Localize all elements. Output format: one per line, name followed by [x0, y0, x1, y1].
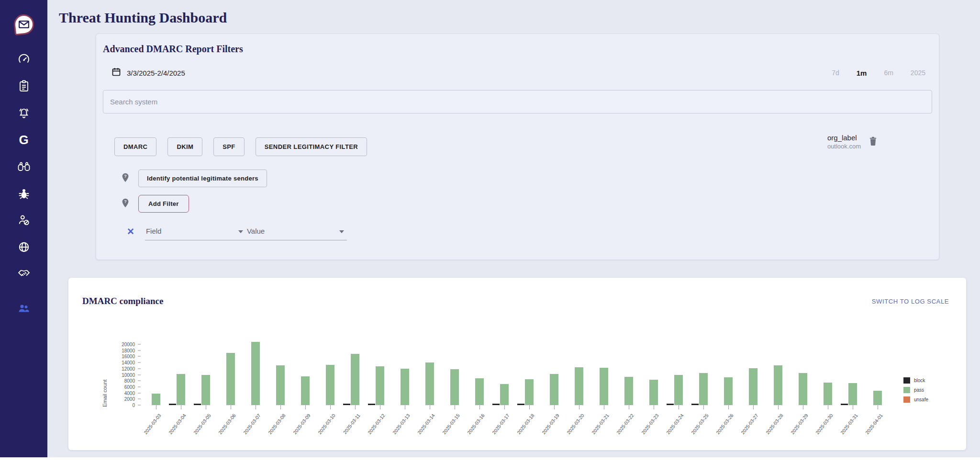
sidebar-item-partners[interactable] [0, 260, 47, 287]
bar-pass[interactable] [351, 354, 359, 405]
value-select[interactable]: Value [246, 224, 347, 240]
x-tick-label: 2025-03-03 [143, 413, 162, 435]
bar-pass[interactable] [525, 379, 534, 405]
bar-pass[interactable] [500, 384, 509, 405]
x-tick-label: 2025-03-24 [666, 413, 685, 435]
bar-pass[interactable] [624, 377, 633, 405]
google-g-icon: G [19, 133, 28, 147]
chip-sender-legitimacy-filter[interactable]: SENDER LEGITIMACY FILTER [256, 137, 367, 156]
x-tick-label: 2025-03-28 [765, 413, 784, 435]
bar-block[interactable] [517, 404, 524, 405]
x-tick-label: 2025-03-18 [516, 413, 535, 435]
delete-org-filter-button[interactable] [869, 136, 878, 147]
bar-block[interactable] [368, 404, 375, 405]
bar-group-2025-03-20: 2025-03-20 [567, 306, 591, 405]
bar-pass[interactable] [152, 394, 160, 405]
range-button-2025[interactable]: 2025 [911, 69, 925, 77]
bar-group-2025-03-03: 2025-03-03 [144, 306, 168, 405]
identify-senders-button[interactable]: Identify potential legitimate senders [138, 170, 267, 187]
y-tick-label: 10000 [122, 372, 135, 377]
bug-threats-icon [18, 187, 30, 200]
x-close-icon[interactable]: ✕ [127, 227, 134, 236]
x-tick-label: 2025-03-04 [168, 413, 187, 435]
sidebar-item-alerts[interactable] [0, 100, 47, 126]
x-tick-mark [305, 405, 306, 409]
bar-pass[interactable] [848, 383, 857, 405]
chips-row: DMARCDKIMSPFSENDER LEGITIMACY FILTER org… [103, 137, 932, 156]
bar-pass[interactable] [699, 373, 708, 405]
bar-block[interactable] [492, 404, 500, 405]
bar-pass[interactable] [201, 375, 210, 406]
sidebar-item-logo[interactable] [0, 10, 47, 39]
bar-pass[interactable] [425, 362, 434, 405]
bar-pass[interactable] [649, 380, 658, 405]
sidebar-item-hunting[interactable] [0, 153, 47, 180]
bar-pass[interactable] [600, 368, 608, 405]
x-tick-label: 2025-03-06 [218, 413, 237, 435]
date-range-picker[interactable]: 3/3/2025-2/4/2025 [111, 67, 185, 79]
range-button-6m[interactable]: 6m [884, 69, 893, 77]
bar-pass[interactable] [749, 368, 757, 405]
bar-pass[interactable] [674, 375, 683, 406]
bar-group-2025-04-01: 2025-04-01 [865, 306, 890, 405]
bar-pass[interactable] [401, 369, 409, 405]
bar-pass[interactable] [575, 367, 583, 405]
y-tick-mark [138, 405, 141, 406]
range-button-7d[interactable]: 7d [832, 69, 839, 77]
bar-pass[interactable] [301, 376, 310, 405]
y-tick-mark [138, 386, 141, 387]
field-select[interactable]: Field [145, 224, 246, 240]
bar-pass[interactable] [873, 391, 882, 405]
bar-pass[interactable] [251, 342, 260, 405]
legend-item-unsafe: unsafe [903, 396, 928, 403]
bar-block[interactable] [169, 404, 176, 405]
bar-pass[interactable] [475, 378, 484, 405]
bar-pass[interactable] [799, 373, 807, 405]
bar-pass[interactable] [550, 374, 558, 405]
switch-log-scale-button[interactable]: SWITCH TO LOG SCALE [872, 298, 949, 305]
add-filter-button[interactable]: Add Filter [138, 195, 189, 213]
x-tick-mark [828, 405, 828, 409]
bar-pass[interactable] [226, 353, 235, 405]
sidebar-item-google[interactable]: G [0, 126, 47, 153]
chevron-down-icon [238, 230, 243, 233]
x-tick-label: 2025-03-19 [541, 413, 560, 435]
bar-pass[interactable] [774, 365, 782, 405]
bar-block[interactable] [841, 404, 848, 405]
bar-pass[interactable] [177, 374, 185, 405]
x-tick-mark [405, 405, 405, 409]
sidebar-item-users[interactable] [0, 295, 47, 322]
add-filter-row: ? Add Filter [121, 195, 932, 213]
chip-dkim[interactable]: DKIM [167, 137, 202, 156]
sidebar-item-reports[interactable] [0, 73, 47, 100]
y-tick-mark [138, 374, 141, 375]
bar-block[interactable] [343, 404, 350, 405]
sidebar-item-dashboard[interactable] [0, 46, 47, 73]
org-filter-value: outlook.com [827, 143, 861, 150]
legend-item-pass: pass [903, 387, 928, 393]
search-input[interactable] [103, 90, 932, 113]
pin-help-icon: ? [121, 172, 130, 185]
bar-block[interactable] [194, 404, 201, 405]
sidebar-item-domains[interactable] [0, 234, 47, 260]
bar-group-2025-03-15: 2025-03-15 [442, 306, 467, 405]
chip-dmarc[interactable]: DMARC [114, 137, 156, 156]
bar-pass[interactable] [824, 383, 832, 405]
legend-label: pass [914, 387, 924, 393]
bar-block[interactable] [667, 404, 674, 405]
bar-group-2025-03-19: 2025-03-19 [542, 306, 567, 405]
bar-pass[interactable] [326, 365, 334, 405]
bar-pass[interactable] [724, 377, 733, 405]
y-tick-mark [138, 362, 141, 363]
bar-pass[interactable] [376, 366, 384, 405]
filters-card-title: Advanced DMARC Report Filters [103, 44, 932, 55]
chip-spf[interactable]: SPF [213, 137, 244, 156]
sidebar-item-blocked-users[interactable] [0, 207, 47, 234]
bar-group-2025-03-22: 2025-03-22 [616, 306, 641, 405]
bar-block[interactable] [691, 404, 699, 405]
x-tick-label: 2025-03-20 [566, 413, 585, 435]
bar-pass[interactable] [450, 369, 459, 405]
sidebar-item-threats[interactable] [0, 180, 47, 207]
bar-pass[interactable] [276, 365, 285, 405]
range-button-1m[interactable]: 1m [857, 69, 867, 77]
